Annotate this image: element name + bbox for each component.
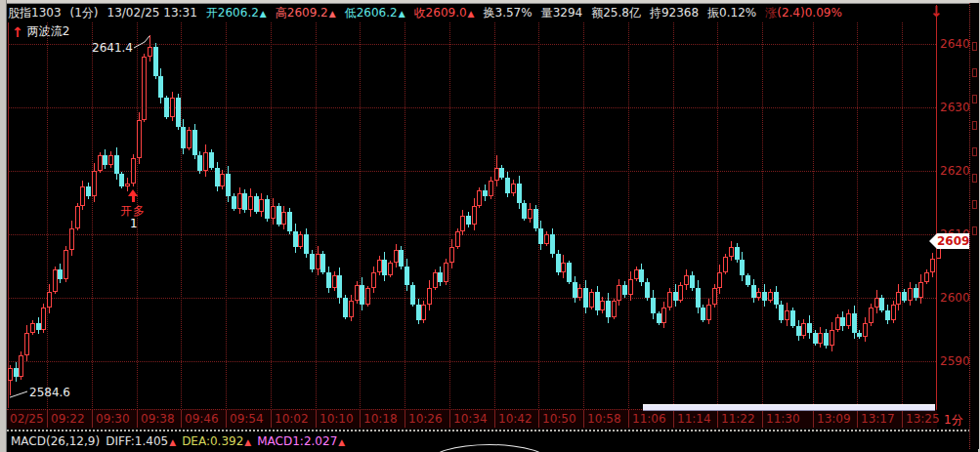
candle-body xyxy=(47,292,52,308)
candle-body xyxy=(360,285,364,305)
candle-body xyxy=(600,301,605,310)
session-high-label: 2641.4 xyxy=(92,41,133,55)
candle-body xyxy=(466,216,471,226)
period-label[interactable]: (1分) xyxy=(70,5,99,21)
candle-body xyxy=(114,155,119,175)
time-axis-tick xyxy=(271,410,272,428)
candle-body xyxy=(740,260,745,275)
candle-body xyxy=(667,292,672,308)
time-axis-label: 11:30 xyxy=(766,412,800,426)
high-field: 高2609.2▲ xyxy=(276,5,336,21)
candle-body xyxy=(220,174,225,186)
candle-body xyxy=(785,310,789,320)
candle-body xyxy=(337,275,342,298)
candle-body xyxy=(840,317,845,327)
candle-body xyxy=(612,301,617,316)
macd-title[interactable]: MACD(26,12,9) xyxy=(11,434,100,448)
candle-body xyxy=(187,130,192,149)
candle-body xyxy=(310,254,315,269)
v-gridline xyxy=(762,22,763,408)
candle-body xyxy=(421,305,426,320)
candle-body xyxy=(645,282,650,298)
time-axis-label: 10:26 xyxy=(408,412,443,426)
candle-body xyxy=(58,269,63,279)
candle-body xyxy=(19,355,23,378)
candle-body xyxy=(830,330,834,346)
time-axis-tick xyxy=(673,410,674,428)
candle-body xyxy=(701,308,705,320)
candle-body xyxy=(756,292,761,299)
time-axis-label: 10:02 xyxy=(275,412,309,426)
chart-period-label[interactable]: 1分 xyxy=(944,412,963,429)
time-axis-tick xyxy=(316,410,317,428)
candle-body xyxy=(678,285,683,301)
candle-body xyxy=(869,308,873,323)
candle-body xyxy=(779,305,784,320)
v-gridline xyxy=(360,22,361,408)
v-gridline xyxy=(538,22,539,408)
macd1-arrow-icon: ▲ xyxy=(338,437,345,447)
buy-signal-arrow-icon[interactable] xyxy=(128,189,138,202)
time-axis-label: 09:54 xyxy=(230,412,264,426)
candle-body xyxy=(863,323,868,337)
candle-body xyxy=(148,47,152,57)
time-axis-label: 09:30 xyxy=(96,412,130,426)
open-field: 开2606.2▲ xyxy=(206,5,267,21)
low-field: 低2606.2▲ xyxy=(345,5,405,21)
strip-glyph-fragment xyxy=(972,226,977,235)
candle-body xyxy=(930,259,935,272)
time-axis-tick xyxy=(405,410,405,428)
amplitude-field: 振0.12% xyxy=(707,5,756,21)
candle-body xyxy=(8,368,13,381)
low-arrow-icon: ▲ xyxy=(399,9,405,19)
candle-body xyxy=(538,228,543,244)
candle-body xyxy=(248,196,253,210)
candle-body xyxy=(885,310,890,320)
v-gridline xyxy=(717,22,718,408)
indicator-name[interactable]: 两波流2 xyxy=(27,23,70,40)
candle-body xyxy=(577,288,582,298)
window-left-edge xyxy=(0,0,7,452)
candle-body xyxy=(477,190,482,206)
v-gridline xyxy=(902,22,903,408)
candle-body xyxy=(287,212,292,231)
time-axis-tick xyxy=(47,410,48,428)
candle-body xyxy=(399,250,404,266)
candle-body xyxy=(444,263,448,282)
trading-app-window: 股指1303 (1分) 13/02/25 13:31 开2606.2▲ 高260… xyxy=(0,0,980,452)
candle-body xyxy=(790,310,795,326)
candle-body xyxy=(528,209,533,219)
volume-field: 量3294 xyxy=(541,5,583,21)
candle-body xyxy=(181,127,186,149)
candle-body xyxy=(164,98,169,117)
time-axis-tick xyxy=(762,410,763,428)
macd-status-bar: MACD(26,12,9) DIFF:1.405▲ DEA:0.392▲ MAC… xyxy=(7,430,978,452)
candle-body xyxy=(271,206,276,219)
candle-body xyxy=(449,247,454,263)
candle-body xyxy=(550,234,555,254)
time-axis-tick xyxy=(181,410,182,428)
candle-body xyxy=(92,171,97,196)
candle-body xyxy=(924,272,929,282)
candle-body xyxy=(242,193,247,211)
candle-body xyxy=(86,186,91,196)
indicator-title-row: ↑ 两波流2 xyxy=(12,23,69,40)
time-axis-label: 11:22 xyxy=(721,412,755,426)
time-axis-tick xyxy=(583,410,584,428)
time-axis-label: 10:34 xyxy=(453,412,488,426)
candle-body xyxy=(651,298,656,313)
time-axis-label: 10:10 xyxy=(320,412,354,426)
horizontal-scrollbar-thumb[interactable] xyxy=(643,404,935,411)
candle-body xyxy=(489,181,493,196)
symbol-label[interactable]: 股指1303 xyxy=(8,5,62,21)
v-gridline xyxy=(449,22,450,408)
candle-body xyxy=(706,305,711,320)
h-gridline xyxy=(8,298,936,299)
time-axis-tick xyxy=(717,410,718,428)
candle-body xyxy=(807,323,812,333)
time-axis-tick xyxy=(360,410,361,428)
drawn-ellipse-annotation[interactable] xyxy=(427,444,552,452)
amount-field: 额25.8亿 xyxy=(591,5,641,21)
candle-body xyxy=(918,282,923,298)
candle-body xyxy=(30,323,35,333)
